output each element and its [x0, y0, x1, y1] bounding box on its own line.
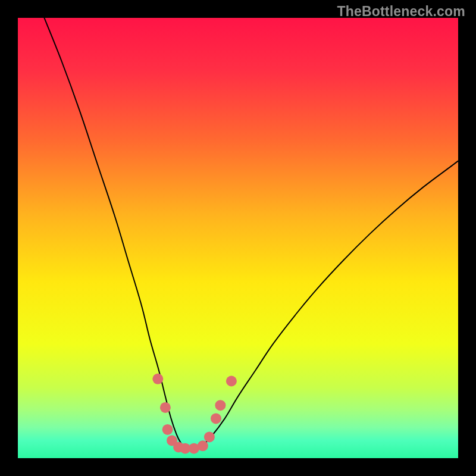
curve-marker — [152, 374, 163, 384]
curve-marker — [226, 376, 237, 387]
bottleneck-curve — [44, 18, 458, 449]
curve-marker — [198, 440, 208, 451]
curve-marker — [211, 413, 221, 424]
curve-marker — [160, 402, 171, 413]
curve-marker — [162, 424, 173, 435]
watermark-text: TheBottleneck.com — [337, 4, 465, 20]
curve-marker — [204, 431, 215, 442]
curve-markers — [152, 374, 237, 454]
chart-stage: TheBottleneck.com — [0, 0, 476, 476]
curve-layer — [18, 18, 458, 458]
plot-area — [18, 18, 458, 458]
curve-marker — [215, 400, 226, 411]
